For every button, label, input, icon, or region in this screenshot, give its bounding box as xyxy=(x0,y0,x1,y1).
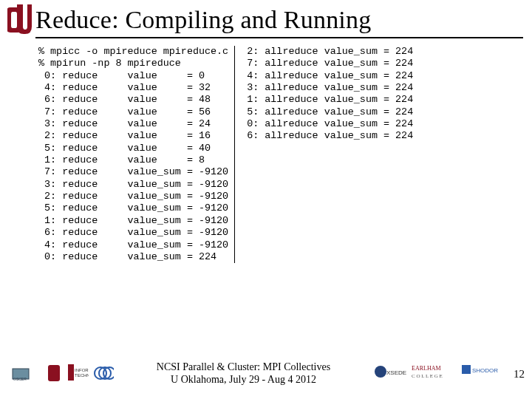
out-right-1: 7: allreduce value_sum = 224 xyxy=(241,58,413,69)
out-right-0: 2: allreduce value_sum = 224 xyxy=(241,46,413,57)
ouit-logo-icon: INFORMATION TECHNOLOGY xyxy=(66,361,89,386)
out-left-15: 0: reduce value_sum = 224 xyxy=(38,251,216,262)
out-right-3: 3: allreduce value_sum = 224 xyxy=(241,82,413,93)
terminal-output: % mpicc -o mpireduce mpireduce.c % mpiru… xyxy=(0,38,532,263)
svg-text:TECHNOLOGY: TECHNOLOGY xyxy=(75,373,89,378)
out-left-1: 4: reduce value = 32 xyxy=(38,82,211,93)
page-number: 12 xyxy=(508,368,532,381)
oscer-logo-icon: OSCER xyxy=(12,363,41,386)
out-left-2: 6: reduce value = 48 xyxy=(38,94,211,105)
out-left-3: 7: reduce value = 56 xyxy=(38,106,211,117)
svg-point-9 xyxy=(375,366,386,378)
ou-logo-icon xyxy=(7,4,33,35)
out-left-12: 1: reduce value_sum = -9120 xyxy=(38,215,228,226)
footer-line2: U Oklahoma, July 29 - Aug 4 2012 xyxy=(114,374,373,386)
footer-caption: NCSI Parallel & Cluster: MPI Collectives… xyxy=(114,361,373,386)
title-row: Reduce: Compiling and Running xyxy=(0,0,532,35)
out-left-8: 7: reduce value_sum = -9120 xyxy=(38,166,228,177)
out-left-6: 5: reduce value = 40 xyxy=(38,143,211,154)
svg-text:OSCER: OSCER xyxy=(13,377,27,381)
earlham-logo-icon: EARLHAM C O L L E G E xyxy=(412,363,456,385)
slide-title: Reduce: Compiling and Running xyxy=(35,6,371,34)
terminal-col-right: 2: allreduce value_sum = 224 7: allreduc… xyxy=(235,46,413,263)
svg-text:XSEDE: XSEDE xyxy=(386,369,406,376)
footer-logos-left: OSCER INFORMATION TECHNOLOGY xyxy=(0,361,114,386)
out-left-11: 5: reduce value_sum = -9120 xyxy=(38,202,228,214)
terminal-col-left: % mpicc -o mpireduce mpireduce.c % mpiru… xyxy=(38,46,235,263)
out-right-4: 1: allreduce value_sum = 224 xyxy=(241,94,413,105)
shodor-logo-icon: SHODOR xyxy=(460,363,499,385)
ou-small-logo-icon xyxy=(46,363,62,386)
footer-line1: NCSI Parallel & Cluster: MPI Collectives xyxy=(114,361,373,374)
footer: OSCER INFORMATION TECHNOLOGY xyxy=(0,355,532,393)
out-right-5: 5: allreduce value_sum = 224 xyxy=(241,106,413,117)
slide: Reduce: Compiling and Running % mpicc -o… xyxy=(0,0,532,399)
out-left-7: 1: reduce value = 8 xyxy=(38,154,205,166)
svg-rect-13 xyxy=(462,365,471,374)
cmd-run: % mpirun -np 8 mpireduce xyxy=(38,58,181,69)
footer-logos-right: XSEDE EARLHAM C O L L E G E SHODOR xyxy=(373,363,508,385)
out-left-13: 6: reduce value_sum = -9120 xyxy=(38,227,228,238)
ccc-logo-icon xyxy=(93,363,114,386)
out-right-2: 4: allreduce value_sum = 224 xyxy=(241,70,413,81)
out-left-14: 4: reduce value_sum = -9120 xyxy=(38,239,228,250)
svg-text:INFORMATION: INFORMATION xyxy=(75,368,89,372)
out-left-4: 3: reduce value = 24 xyxy=(38,118,211,129)
svg-rect-3 xyxy=(68,364,74,381)
svg-text:C O L L E G E: C O L L E G E xyxy=(412,373,443,379)
svg-rect-2 xyxy=(48,365,60,381)
out-left-9: 3: reduce value_sum = -9120 xyxy=(38,179,228,190)
out-right-6: 0: allreduce value_sum = 224 xyxy=(241,118,413,129)
cmd-compile: % mpicc -o mpireduce mpireduce.c xyxy=(38,46,228,57)
out-left-0: 0: reduce value = 0 xyxy=(38,70,205,81)
svg-text:EARLHAM: EARLHAM xyxy=(412,365,441,372)
out-left-10: 2: reduce value_sum = -9120 xyxy=(38,191,228,202)
out-right-7: 6: allreduce value_sum = 224 xyxy=(241,130,413,141)
svg-text:SHODOR: SHODOR xyxy=(472,367,498,374)
out-left-5: 2: reduce value = 16 xyxy=(38,130,211,141)
xsede-logo-icon: XSEDE xyxy=(373,363,407,385)
